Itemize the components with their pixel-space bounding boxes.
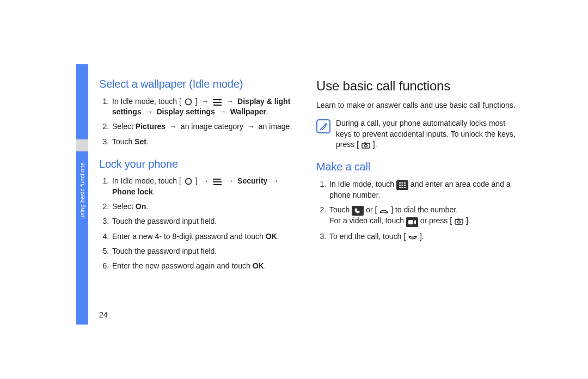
lock-steps: In Idle mode, touch [ ] → → Security → P… [99,176,300,271]
sidebar-accent-top [76,64,88,139]
svg-marker-19 [414,220,416,224]
call-key-icon [379,207,389,216]
manual-page: using basic functions Select a wallpaper… [0,0,588,379]
list-item: In Idle mode, touch [ ] → → Security → P… [111,176,300,197]
right-column: Use basic call functions Learn to make o… [316,77,517,276]
arrow-icon: → [271,176,279,186]
list-item: In Idle mode, touch and enter an area co… [328,179,517,200]
wallpaper-steps: In Idle mode, touch [ ] → → Display & li… [99,96,300,147]
menu-icon [212,98,222,106]
arrow-icon: → [219,107,226,117]
list-item: In Idle mode, touch [ ] → → Display & li… [111,96,300,118]
list-item: Touch the password input field. [111,216,300,227]
arrow-icon: → [145,107,153,117]
arrow-icon: → [247,121,255,132]
arrow-icon: → [226,176,234,186]
svg-rect-12 [399,185,401,186]
svg-point-0 [185,99,191,105]
svg-rect-20 [455,219,463,224]
page-number: 24 [99,310,108,320]
camera-key-icon [454,218,464,226]
heading-wallpaper: Select a wallpaper (Idle mode) [99,77,300,92]
call-button-icon [352,206,364,216]
svg-point-7 [365,144,367,147]
svg-point-3 [185,179,191,185]
list-item: Touch the password input field. [111,246,300,256]
svg-rect-13 [401,185,403,186]
intro-text: Learn to make or answer calls and use ba… [316,100,517,111]
arrow-icon: → [201,96,209,107]
svg-marker-5 [213,184,215,185]
left-column: Select a wallpaper (Idle mode) In Idle m… [99,77,300,276]
list-item: Touch Set. [111,137,300,147]
menu-icon [212,178,222,186]
note-block: During a call, your phone automatically … [316,118,517,150]
make-call-steps: In Idle mode, touch and enter an area co… [316,179,517,242]
list-item: Select Pictures → an image category → an… [111,121,300,132]
end-key-icon [408,234,418,242]
circle-key-icon [183,178,193,186]
sidebar-accent-bottom: using basic functions [76,151,88,325]
heading-make-call: Make a call [316,160,517,175]
svg-rect-11 [404,182,406,184]
note-text: During a call, your phone automatically … [336,118,517,150]
svg-marker-2 [213,104,215,106]
arrow-icon: → [201,176,209,186]
svg-marker-4 [219,179,222,180]
note-icon [316,119,330,133]
svg-rect-16 [401,187,403,188]
list-item: Touch or [ ] to dial the number. For a v… [328,205,517,227]
svg-rect-8 [364,143,366,144]
video-call-icon [406,217,418,227]
svg-rect-18 [408,220,413,224]
arrow-icon: → [169,121,177,132]
circle-key-icon [183,97,193,106]
list-item: To end the call, touch [ ]. [328,231,517,242]
sidebar-label: using basic functions [78,162,86,219]
svg-rect-22 [457,219,460,220]
svg-rect-9 [399,182,401,184]
keypad-icon [396,180,408,190]
svg-point-21 [458,221,461,223]
list-item: Enter a new 4- to 8-digit password and t… [111,231,300,242]
svg-rect-14 [404,185,406,186]
sidebar: using basic functions [76,64,88,325]
svg-rect-10 [401,182,403,184]
heading-lock: Lock your phone [99,157,300,172]
svg-rect-17 [404,187,406,188]
sidebar-marker [76,139,88,151]
heading-main: Use basic call functions [316,77,517,95]
content-columns: Select a wallpaper (Idle mode) In Idle m… [99,77,517,276]
list-item: Enter the new password again and touch O… [111,261,300,271]
svg-rect-15 [399,187,401,188]
camera-key-icon [361,142,371,150]
arrow-icon: → [226,96,234,107]
svg-rect-6 [362,143,370,148]
list-item: Select On. [111,201,300,212]
